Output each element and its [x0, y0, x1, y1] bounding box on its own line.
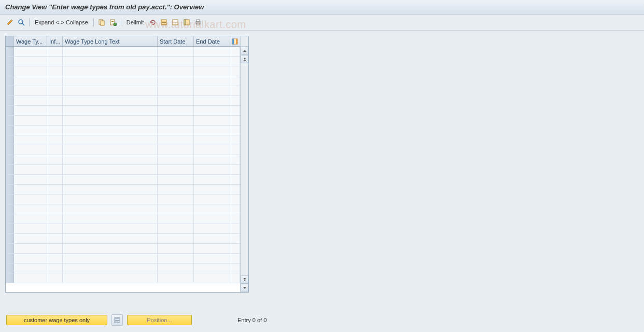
cell-end-date[interactable] — [194, 234, 230, 243]
cell-long-text[interactable] — [63, 47, 158, 56]
cell-long-text[interactable] — [63, 165, 158, 174]
cell-start-date[interactable] — [158, 126, 194, 135]
cell-start-date[interactable] — [158, 96, 194, 105]
cell-wage-type[interactable] — [14, 86, 47, 95]
cell-end-date[interactable] — [194, 86, 230, 95]
cell-long-text[interactable] — [63, 66, 158, 76]
scroll-page-up-button[interactable] — [241, 55, 248, 63]
column-header-long-text[interactable]: Wage Type Long Text — [63, 36, 158, 46]
row-selector[interactable] — [6, 234, 14, 243]
cell-start-date[interactable] — [158, 66, 194, 76]
cell-wage-type[interactable] — [14, 66, 47, 76]
row-selector[interactable] — [6, 116, 14, 125]
row-selector[interactable] — [6, 254, 14, 263]
row-selector[interactable] — [6, 204, 14, 214]
row-selector[interactable] — [6, 47, 14, 56]
cell-end-date[interactable] — [194, 145, 230, 155]
cell-long-text[interactable] — [63, 214, 158, 224]
column-header-selector[interactable] — [6, 36, 14, 46]
expand-collapse-button[interactable]: Expand <-> Collapse — [33, 19, 90, 25]
cell-inf[interactable] — [47, 224, 63, 233]
cell-end-date[interactable] — [194, 155, 230, 164]
cell-start-date[interactable] — [158, 234, 194, 243]
row-selector[interactable] — [6, 214, 14, 224]
cell-long-text[interactable] — [63, 96, 158, 105]
cell-long-text[interactable] — [63, 155, 158, 164]
cell-long-text[interactable] — [63, 86, 158, 95]
cell-end-date[interactable] — [194, 116, 230, 125]
cell-long-text[interactable] — [63, 234, 158, 243]
cell-long-text[interactable] — [63, 57, 158, 66]
cell-end-date[interactable] — [194, 185, 230, 194]
cell-start-date[interactable] — [158, 185, 194, 194]
position-button[interactable]: Position... — [127, 315, 192, 325]
table-row[interactable] — [6, 145, 240, 155]
row-selector[interactable] — [6, 195, 14, 204]
table-row[interactable] — [6, 76, 240, 86]
column-header-end-date[interactable]: End Date — [194, 36, 230, 46]
row-selector[interactable] — [6, 145, 14, 155]
cell-long-text[interactable] — [63, 264, 158, 273]
details-icon[interactable] — [17, 18, 26, 27]
cell-start-date[interactable] — [158, 224, 194, 233]
cell-start-date[interactable] — [158, 76, 194, 86]
cell-inf[interactable] — [47, 234, 63, 243]
cell-start-date[interactable] — [158, 165, 194, 174]
cell-inf[interactable] — [47, 57, 63, 66]
row-selector[interactable] — [6, 106, 14, 115]
cell-wage-type[interactable] — [14, 204, 47, 214]
cell-wage-type[interactable] — [14, 165, 47, 174]
copy-icon[interactable] — [97, 18, 106, 27]
row-selector[interactable] — [6, 126, 14, 135]
row-selector[interactable] — [6, 273, 14, 283]
row-selector[interactable] — [6, 96, 14, 105]
table-row[interactable] — [6, 185, 240, 195]
cell-inf[interactable] — [47, 175, 63, 184]
cell-long-text[interactable] — [63, 135, 158, 145]
cell-end-date[interactable] — [194, 106, 230, 115]
cell-inf[interactable] — [47, 185, 63, 194]
cell-wage-type[interactable] — [14, 47, 47, 56]
cell-inf[interactable] — [47, 264, 63, 273]
table-row[interactable] — [6, 195, 240, 204]
table-row[interactable] — [6, 126, 240, 135]
copy-as-icon[interactable] — [108, 18, 118, 27]
cell-start-date[interactable] — [158, 214, 194, 224]
cell-wage-type[interactable] — [14, 195, 47, 204]
vertical-scrollbar[interactable] — [240, 36, 248, 292]
cell-start-date[interactable] — [158, 47, 194, 56]
row-selector[interactable] — [6, 165, 14, 174]
cell-end-date[interactable] — [194, 76, 230, 86]
cell-long-text[interactable] — [63, 126, 158, 135]
cell-wage-type[interactable] — [14, 155, 47, 164]
row-selector[interactable] — [6, 66, 14, 76]
delimit-button[interactable]: Delimit — [124, 19, 146, 25]
cell-inf[interactable] — [47, 254, 63, 263]
cell-start-date[interactable] — [158, 145, 194, 155]
table-row[interactable] — [6, 244, 240, 254]
cell-start-date[interactable] — [158, 195, 194, 204]
cell-wage-type[interactable] — [14, 135, 47, 145]
cell-wage-type[interactable] — [14, 175, 47, 184]
column-header-wage-type[interactable]: Wage Ty... — [14, 36, 47, 46]
cell-wage-type[interactable] — [14, 106, 47, 115]
table-row[interactable] — [6, 86, 240, 96]
cell-wage-type[interactable] — [14, 57, 47, 66]
scroll-page-down-button[interactable] — [241, 275, 248, 284]
row-selector[interactable] — [6, 155, 14, 164]
cell-long-text[interactable] — [63, 204, 158, 214]
cell-inf[interactable] — [47, 47, 63, 56]
cell-wage-type[interactable] — [14, 185, 47, 194]
cell-start-date[interactable] — [158, 254, 194, 263]
row-selector[interactable] — [6, 86, 14, 95]
cell-start-date[interactable] — [158, 244, 194, 253]
cell-start-date[interactable] — [158, 106, 194, 115]
cell-inf[interactable] — [47, 76, 63, 86]
table-row[interactable] — [6, 273, 240, 283]
cell-end-date[interactable] — [194, 273, 230, 283]
cell-wage-type[interactable] — [14, 126, 47, 135]
table-row[interactable] — [6, 214, 240, 224]
select-all-icon[interactable] — [159, 18, 169, 27]
cell-wage-type[interactable] — [14, 224, 47, 233]
cell-long-text[interactable] — [63, 254, 158, 263]
